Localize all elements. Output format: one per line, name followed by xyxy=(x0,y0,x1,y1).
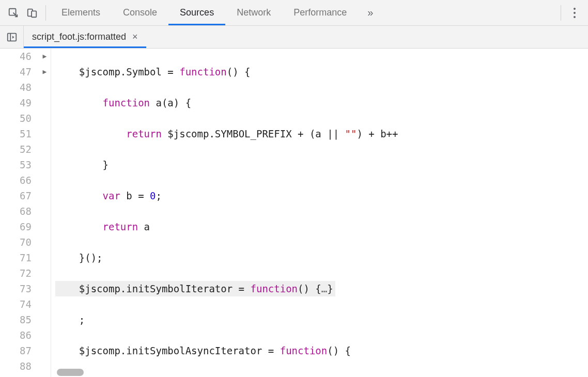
file-tab-script-foot[interactable]: script_foot.js:formatted × xyxy=(24,26,146,48)
svg-rect-2 xyxy=(32,11,36,17)
inspect-icon[interactable] xyxy=(4,4,23,22)
fold-toggle-icon[interactable]: ▶ xyxy=(39,49,51,64)
svg-rect-3 xyxy=(7,33,16,41)
tabs-overflow-icon[interactable]: » xyxy=(358,0,382,25)
settings-menu-icon[interactable] xyxy=(565,4,584,22)
code-content[interactable]: $jscomp.Symbol = function() { function a… xyxy=(51,49,588,377)
toolbar-divider xyxy=(45,5,46,21)
tab-performance[interactable]: Performance xyxy=(282,0,358,25)
code-editor[interactable]: 46 47 48 49 50 51 52 53 66 67 68 69 70 7… xyxy=(0,49,588,377)
file-tabs-bar: script_foot.js:formatted × xyxy=(0,26,588,49)
file-tab-label: script_foot.js:formatted xyxy=(32,32,126,42)
line-number-gutter: 46 47 48 49 50 51 52 53 66 67 68 69 70 7… xyxy=(0,49,39,377)
fold-gutter: ▶ ▶ xyxy=(39,49,51,377)
close-icon[interactable]: × xyxy=(132,32,138,42)
fold-toggle-icon[interactable]: ▶ xyxy=(39,64,51,80)
device-toggle-icon[interactable] xyxy=(23,4,41,22)
tab-elements[interactable]: Elements xyxy=(50,0,112,25)
horizontal-scrollbar-thumb[interactable] xyxy=(57,369,84,376)
devtools-tabs: Elements Console Sources Network Perform… xyxy=(50,0,556,25)
devtools-toolbar: Elements Console Sources Network Perform… xyxy=(0,0,588,26)
toolbar-divider xyxy=(561,5,561,21)
tab-console[interactable]: Console xyxy=(112,0,168,25)
tab-sources[interactable]: Sources xyxy=(168,0,225,25)
show-navigator-icon[interactable] xyxy=(0,26,24,48)
tab-network[interactable]: Network xyxy=(225,0,282,25)
